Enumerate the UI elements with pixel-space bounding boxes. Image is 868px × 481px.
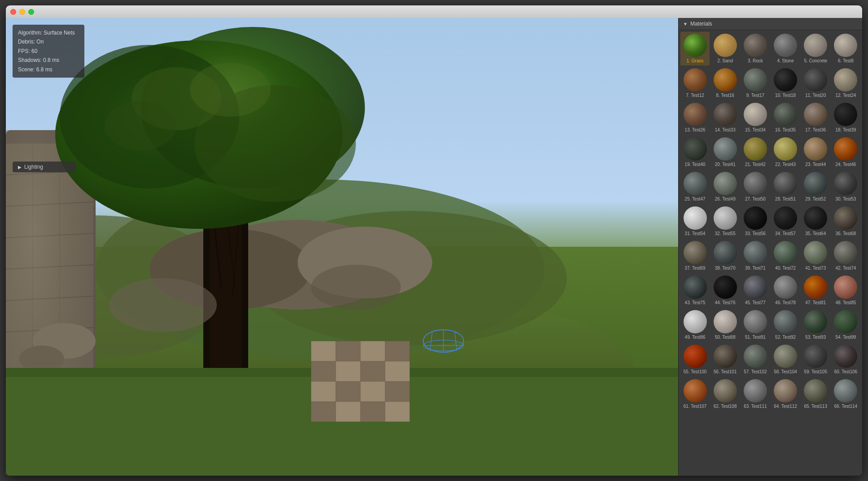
material-item-47[interactable]: 47. Test81 (801, 274, 830, 307)
material-item-19[interactable]: 19. Test40 (680, 136, 710, 169)
maximize-button[interactable] (28, 9, 34, 15)
material-item-58[interactable]: 58. Test104 (771, 343, 800, 376)
materials-header: ▼ Materials (679, 18, 862, 30)
material-sphere-66 (834, 379, 857, 402)
material-item-52[interactable]: 52. Test92 (771, 308, 800, 342)
material-sphere-29 (804, 172, 827, 195)
material-label-56: 56. Test101 (714, 369, 737, 375)
material-item-7[interactable]: 7. Test12 (680, 66, 710, 100)
material-item-42[interactable]: 42. Test74 (831, 239, 860, 273)
material-item-51[interactable]: 51. Test91 (741, 308, 770, 342)
material-item-43[interactable]: 43. Test75 (680, 274, 710, 307)
material-sphere-43 (684, 275, 707, 299)
material-item-16[interactable]: 16. Test35 (771, 101, 800, 135)
material-item-10[interactable]: 10. Test18 (771, 66, 800, 100)
material-item-55[interactable]: 55. Test100 (680, 343, 710, 376)
material-label-13: 13. Test26 (685, 127, 706, 133)
material-item-12[interactable]: 12. Test24 (831, 66, 860, 100)
material-sphere-30 (834, 172, 857, 195)
lighting-panel[interactable]: ▶ Lighting (13, 162, 75, 172)
material-label-60: 60. Test106 (834, 369, 858, 375)
material-item-46[interactable]: 46. Test78 (771, 274, 800, 307)
material-item-22[interactable]: 22. Test43 (771, 136, 800, 169)
material-sphere-54 (834, 310, 857, 333)
material-sphere-16 (774, 103, 797, 126)
material-item-36[interactable]: 36. Test68 (831, 205, 860, 238)
material-sphere-53 (804, 310, 827, 333)
material-item-17[interactable]: 17. Test36 (801, 101, 830, 135)
material-label-15: 15. Test34 (745, 127, 766, 133)
material-item-14[interactable]: 14. Test33 (710, 101, 740, 135)
debug-algorithm: Algorithm: Surface Nets (18, 28, 79, 37)
material-item-28[interactable]: 28. Test51 (771, 170, 800, 204)
material-item-9[interactable]: 9. Test17 (741, 66, 770, 100)
material-label-66: 66. Test114 (834, 404, 858, 409)
material-label-46: 46. Test78 (775, 300, 796, 306)
material-sphere-63 (744, 379, 767, 402)
material-sphere-9 (744, 68, 767, 92)
material-item-66[interactable]: 66. Test114 (831, 377, 860, 411)
material-item-63[interactable]: 63. Test111 (741, 377, 770, 411)
material-label-38: 38. Test70 (715, 266, 736, 271)
material-item-25[interactable]: 25. Test47 (680, 170, 710, 204)
material-label-29: 29. Test52 (805, 197, 826, 202)
material-item-2[interactable]: 2. Sand (710, 32, 740, 66)
material-item-27[interactable]: 27. Test50 (741, 170, 770, 204)
material-item-50[interactable]: 50. Test88 (710, 308, 740, 342)
material-item-8[interactable]: 8. Test16 (710, 66, 740, 100)
material-item-59[interactable]: 59. Test105 (801, 343, 830, 376)
close-button[interactable] (10, 9, 16, 15)
material-item-64[interactable]: 64. Test112 (771, 377, 800, 411)
material-item-39[interactable]: 39. Test71 (741, 239, 770, 273)
material-item-53[interactable]: 53. Test93 (801, 308, 830, 342)
material-label-50: 50. Test88 (715, 335, 736, 340)
material-item-33[interactable]: 33. Test56 (741, 205, 770, 238)
material-item-56[interactable]: 56. Test101 (710, 343, 740, 376)
material-item-40[interactable]: 40. Test72 (771, 239, 800, 273)
material-item-6[interactable]: 6. Test8 (831, 32, 860, 66)
material-item-44[interactable]: 44. Test76 (710, 274, 740, 307)
material-label-1: 1. Grass (687, 58, 704, 64)
material-item-65[interactable]: 65. Test113 (801, 377, 830, 411)
material-item-23[interactable]: 23. Test44 (801, 136, 830, 169)
material-item-26[interactable]: 26. Test49 (710, 170, 740, 204)
material-item-21[interactable]: 21. Test42 (741, 136, 770, 169)
material-item-60[interactable]: 60. Test106 (831, 343, 860, 376)
material-item-61[interactable]: 61. Test107 (680, 377, 710, 411)
material-item-20[interactable]: 20. Test41 (710, 136, 740, 169)
material-item-62[interactable]: 62. Test108 (710, 377, 740, 411)
material-item-57[interactable]: 57. Test102 (741, 343, 770, 376)
material-item-13[interactable]: 13. Test26 (680, 101, 710, 135)
material-item-11[interactable]: 11. Test20 (801, 66, 830, 100)
materials-arrow-icon: ▼ (683, 22, 688, 26)
material-item-37[interactable]: 37. Test69 (680, 239, 710, 273)
material-item-5[interactable]: 5. Concrete (801, 32, 830, 66)
material-item-29[interactable]: 29. Test52 (801, 170, 830, 204)
material-item-4[interactable]: 4. Stone (771, 32, 800, 66)
material-item-15[interactable]: 15. Test34 (741, 101, 770, 135)
material-item-35[interactable]: 35. Test64 (801, 205, 830, 238)
material-item-32[interactable]: 32. Test55 (710, 205, 740, 238)
material-item-18[interactable]: 18. Test39 (831, 101, 860, 135)
material-item-1[interactable]: 1. Grass (680, 32, 710, 66)
material-label-45: 45. Test77 (745, 300, 766, 306)
material-item-24[interactable]: 24. Test46 (831, 136, 860, 169)
material-label-36: 36. Test68 (835, 231, 856, 236)
material-item-30[interactable]: 30. Test53 (831, 170, 860, 204)
material-item-45[interactable]: 45. Test77 (741, 274, 770, 307)
material-item-49[interactable]: 49. Test86 (680, 308, 710, 342)
minimize-button[interactable] (19, 9, 25, 15)
material-sphere-11 (804, 68, 827, 92)
material-item-41[interactable]: 41. Test73 (801, 239, 830, 273)
material-item-54[interactable]: 54. Test99 (831, 308, 860, 342)
app-window: Algorithm: Surface Nets Debris: On FPS: … (5, 5, 863, 476)
material-item-48[interactable]: 48. Test85 (831, 274, 860, 307)
material-label-54: 54. Test99 (835, 335, 856, 340)
material-item-31[interactable]: 31. Test54 (680, 205, 710, 238)
material-item-38[interactable]: 38. Test70 (710, 239, 740, 273)
material-item-3[interactable]: 3. Rock (741, 32, 770, 66)
viewport[interactable]: Algorithm: Surface Nets Debris: On FPS: … (6, 18, 678, 476)
material-sphere-58 (774, 345, 797, 368)
material-item-34[interactable]: 34. Test57 (771, 205, 800, 238)
material-label-33: 33. Test56 (745, 231, 766, 236)
